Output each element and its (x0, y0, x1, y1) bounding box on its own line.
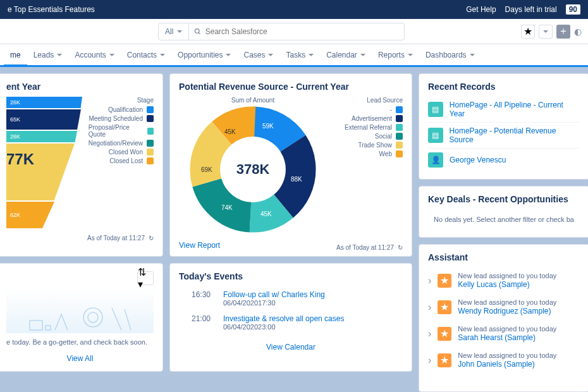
events-title: Today's Events (179, 271, 403, 281)
topbar-title: e Top Essentials Features (8, 5, 466, 14)
pipeline-card: ent Year 26K 65K 26K 77K 62K Stage Quali… (0, 73, 163, 257)
nav-home[interactable]: me (4, 46, 27, 66)
star-icon: ★ (438, 274, 451, 288)
global-add-button[interactable]: ＋ (556, 25, 570, 39)
view-calendar-link[interactable]: View Calendar (266, 343, 315, 352)
assistant-item[interactable]: › ★ New lead assigned to you todayKelly … (428, 267, 580, 294)
chevron-down-icon (177, 30, 182, 33)
view-report-link[interactable]: View Report (179, 241, 220, 250)
svg-rect-7 (46, 326, 51, 330)
chevron-right-icon: › (428, 302, 431, 313)
days-left-badge: 90 (566, 4, 580, 15)
nav-contacts[interactable]: Contacts (121, 44, 171, 65)
nav-accounts[interactable]: Accounts (68, 44, 120, 65)
record-item[interactable]: ▤ HomePage - All Pipeline - Current Year (428, 97, 580, 123)
svg-rect-4 (30, 321, 42, 330)
gogetter-card: ⇅ ▾ e today. Be a go-getter, and check b… (0, 263, 163, 372)
user-icon: 👤 (428, 152, 443, 168)
star-icon: ★ (438, 353, 451, 367)
empty-illustration (6, 289, 154, 333)
view-all-link[interactable]: View All (67, 354, 94, 363)
search-scope-dropdown[interactable]: All (159, 23, 189, 40)
event-item: 21:00 Investigate & resolve all open cas… (179, 310, 403, 334)
funnel-chart: 26K 65K 26K 77K 62K (6, 97, 82, 230)
star-icon: ★ (438, 300, 451, 314)
main-nav: me Leads Accounts Contacts Opportunities… (0, 44, 588, 67)
chevron-down-icon (160, 54, 165, 56)
assistant-item[interactable]: › ★ New lead assigned to you todaySarah … (428, 321, 580, 347)
nav-calendar[interactable]: Calendar (320, 44, 372, 65)
chevron-right-icon: › (428, 355, 431, 366)
chevron-down-icon (57, 54, 62, 56)
chevron-down-icon (109, 54, 114, 56)
get-help-link[interactable]: Get Help (466, 5, 496, 14)
pipeline-title: ent Year (6, 82, 154, 92)
favorite-dropdown[interactable] (539, 25, 553, 39)
assistant-item[interactable]: › ★ New lead assigned to you todayWendy … (428, 294, 580, 321)
svg-point-3 (88, 312, 98, 322)
svg-line-1 (199, 32, 200, 34)
donut-chart: 378K 59K 88K 45K 74K 69K 45K (190, 106, 316, 233)
nav-leads[interactable]: Leads (27, 44, 69, 65)
chevron-right-icon: › (428, 275, 431, 286)
assistant-card: Assistant › ★ New lead assigned to you t… (419, 244, 588, 392)
assistant-title: Assistant (428, 252, 580, 262)
chevron-down-icon (226, 54, 231, 56)
event-link[interactable]: Follow-up call w/ Charles King (223, 290, 325, 299)
search-icon (194, 28, 201, 35)
trial-topbar: e Top Essentials Features Get Help Days … (0, 0, 588, 19)
search-wrap: All (158, 23, 405, 40)
event-link[interactable]: Investigate & resolve all open cases (223, 314, 344, 323)
revenue-title: Potential Revenue Source - Current Year (179, 82, 403, 92)
chevron-down-icon (470, 54, 475, 56)
days-left-label: Days left in trial (505, 5, 557, 14)
events-card: Today's Events 16:30 Follow-up call w/ C… (169, 263, 412, 372)
nav-cases[interactable]: Cases (237, 44, 279, 65)
refresh-icon[interactable]: ↻ (149, 235, 154, 242)
recent-records-card: Recent Records ▤ HomePage - All Pipeline… (419, 73, 588, 180)
funnel-total: 77K (6, 150, 34, 168)
revenue-source-card: Potential Revenue Source - Current Year … (169, 73, 412, 257)
svg-line-5 (112, 308, 121, 330)
svg-point-2 (83, 308, 102, 327)
refresh-icon[interactable]: ↻ (398, 244, 403, 251)
deals-title: Key Deals - Recent Opportunities (428, 194, 580, 204)
assistant-item[interactable]: › ★ New lead assigned to you todayJohn D… (428, 347, 580, 374)
chevron-down-icon (360, 54, 365, 56)
report-icon: ▤ (428, 128, 443, 143)
chevron-down-icon (309, 54, 314, 56)
favorite-button[interactable]: ★ (521, 25, 535, 39)
search-input[interactable] (205, 27, 399, 36)
star-icon: ★ (438, 327, 451, 341)
key-deals-card: Key Deals - Recent Opportunities No deal… (419, 186, 588, 238)
svg-line-6 (125, 309, 131, 330)
sort-button[interactable]: ⇅ ▾ (137, 271, 154, 285)
nav-reports[interactable]: Reports (372, 44, 419, 65)
chevron-right-icon: › (428, 328, 431, 340)
record-item[interactable]: ▤ HomePage - Potential Revenue Source (428, 123, 580, 149)
records-title: Recent Records (428, 82, 580, 92)
help-icon[interactable]: ◐ (574, 27, 582, 37)
event-item: 16:30 Follow-up call w/ Charles King06/0… (179, 286, 403, 310)
chevron-down-icon (408, 54, 413, 56)
nav-dashboards[interactable]: Dashboards (419, 44, 481, 65)
chevron-down-icon (268, 54, 273, 56)
report-icon: ▤ (428, 102, 443, 117)
record-item[interactable]: 👤 George Venescu (428, 149, 580, 171)
svg-point-0 (195, 28, 200, 33)
nav-opportunities[interactable]: Opportunities (171, 44, 237, 65)
nav-tasks[interactable]: Tasks (279, 44, 320, 65)
search-bar: All ★ ＋ ◐ (0, 19, 588, 44)
